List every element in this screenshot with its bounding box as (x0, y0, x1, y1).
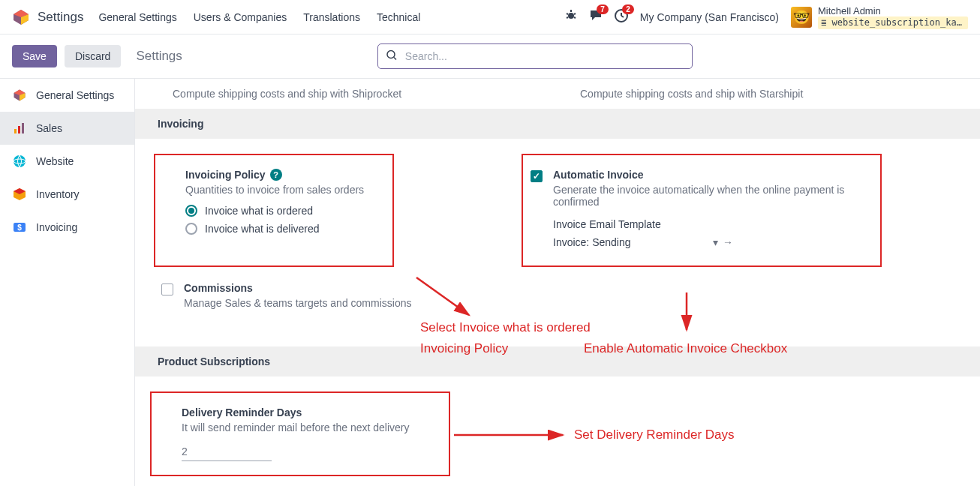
svg-text:$: $ (17, 224, 22, 232)
radio-invoice-ordered[interactable]: Invoice what is ordered (185, 205, 379, 217)
svg-line-11 (621, 16, 624, 17)
starshipit-desc: Compute shipping costs and ship with Sta… (580, 88, 942, 100)
menu-users-companies[interactable]: Users & Companies (194, 11, 287, 23)
delivery-reminder-input[interactable] (182, 442, 272, 461)
invoicing-policy-card: Invoicing Policy ? Quantities to invoice… (154, 154, 394, 267)
website-icon (12, 154, 27, 169)
sidebar-item-label: Inventory (36, 188, 80, 200)
section-header-invoicing: Invoicing (135, 109, 980, 139)
sidebar-item-label: Website (36, 155, 74, 167)
automatic-invoice-title: Automatic Invoice (553, 169, 644, 181)
external-link-icon[interactable]: → (723, 236, 733, 248)
top-navigation: Settings General Settings Users & Compan… (0, 0, 980, 34)
template-value: Invoice: Sending (553, 236, 631, 248)
delivery-reminder-card: Delivery Reminder Days It will send remi… (150, 392, 450, 476)
delivery-reminder-title: Delivery Reminder Days (182, 406, 302, 418)
svg-line-13 (394, 58, 396, 60)
section-header-subscriptions: Product Subscriptions (135, 346, 980, 376)
sidebar-item-label: Invoicing (36, 221, 77, 233)
commissions-card: Commissions Manage Sales & teams targets… (154, 282, 454, 332)
invoicing-icon: $ (12, 220, 27, 235)
company-selector[interactable]: My Company (San Francisco) (640, 11, 779, 23)
invoicing-policy-title: Invoicing Policy (185, 169, 266, 181)
discard-button[interactable]: Discard (65, 45, 121, 68)
sidebar: General Settings Sales Website Inventory… (0, 79, 135, 486)
menu-translations[interactable]: Translations (303, 11, 360, 23)
radio-label: Invoice what is delivered (205, 223, 320, 235)
help-icon[interactable]: ? (270, 169, 282, 181)
template-select[interactable]: Invoice: Sending ▾ → (553, 233, 733, 252)
radio-invoice-delivered[interactable]: Invoice what is delivered (185, 223, 379, 235)
topnav-menu: General Settings Users & Companies Trans… (98, 11, 420, 23)
radio-label: Invoice what is ordered (205, 205, 313, 217)
save-button[interactable]: Save (12, 45, 57, 68)
invoicing-policy-desc: Quantities to invoice from sales orders (185, 184, 379, 196)
commissions-desc: Manage Sales & teams targets and commiss… (184, 297, 440, 309)
svg-line-8 (574, 17, 576, 18)
username: Mitchell Admin (818, 5, 968, 17)
search-icon (386, 50, 397, 63)
messages-icon[interactable]: 7 (589, 9, 603, 25)
sidebar-item-website[interactable]: Website (0, 145, 134, 178)
delivery-reminder-desc: It will send reminder mail before the ne… (182, 422, 435, 434)
shiprocket-desc: Compute shipping costs and ship with Shi… (173, 88, 535, 100)
settings-content: Compute shipping costs and ship with Shi… (135, 79, 980, 486)
template-label: Invoice Email Template (553, 218, 867, 230)
svg-point-3 (568, 13, 574, 19)
svg-rect-19 (22, 123, 24, 134)
sidebar-item-invoicing[interactable]: $ Invoicing (0, 211, 134, 244)
sidebar-item-inventory[interactable]: Inventory (0, 178, 134, 211)
radio-icon (185, 223, 197, 235)
automatic-invoice-card: Automatic Invoice Generate the invoice a… (522, 154, 882, 267)
annotation-reminder: Set Delivery Reminder Days (574, 428, 735, 442)
control-bar: Save Discard Settings (0, 34, 980, 79)
svg-point-12 (387, 51, 395, 58)
activities-icon[interactable]: 2 (615, 9, 628, 25)
menu-general-settings[interactable]: General Settings (98, 11, 176, 23)
annotation-policy-line1: Select Invoice what is ordered (420, 320, 591, 335)
sidebar-item-label: Sales (36, 122, 62, 134)
commissions-checkbox[interactable] (161, 284, 173, 296)
app-logo-icon (12, 8, 30, 26)
sales-icon (12, 121, 27, 136)
general-settings-icon (12, 88, 27, 103)
svg-line-5 (567, 14, 568, 14)
annotation-policy-line2: Invoicing Policy (420, 341, 508, 356)
activities-badge: 2 (622, 4, 634, 14)
svg-line-7 (567, 17, 568, 18)
avatar: 🤓 (791, 7, 812, 28)
annotation-automatic: Enable Automatic Invoice Checkbox (584, 341, 787, 356)
breadcrumb: Settings (136, 49, 182, 64)
svg-point-20 (14, 155, 26, 167)
user-menu[interactable]: 🤓 Mitchell Admin ≣ website_subscription_… (791, 5, 968, 29)
user-context: ≣ website_subscription_kan... (818, 16, 968, 28)
sidebar-item-sales[interactable]: Sales (0, 112, 134, 145)
automatic-invoice-checkbox[interactable] (531, 170, 543, 182)
inventory-icon (12, 187, 27, 202)
commissions-title: Commissions (184, 282, 253, 294)
sidebar-item-general[interactable]: General Settings (0, 79, 134, 112)
svg-line-6 (574, 14, 576, 14)
chevron-down-icon: ▾ (713, 236, 718, 248)
automatic-invoice-desc: Generate the invoice automatically when … (553, 184, 867, 208)
svg-rect-18 (18, 126, 20, 134)
search-input[interactable] (377, 44, 693, 69)
sidebar-item-label: General Settings (36, 89, 114, 101)
messages-badge: 7 (597, 4, 609, 14)
menu-technical[interactable]: Technical (377, 11, 420, 23)
debug-icon[interactable] (565, 10, 577, 24)
app-title[interactable]: Settings (38, 10, 83, 25)
radio-icon (185, 205, 197, 217)
svg-rect-17 (14, 129, 17, 134)
